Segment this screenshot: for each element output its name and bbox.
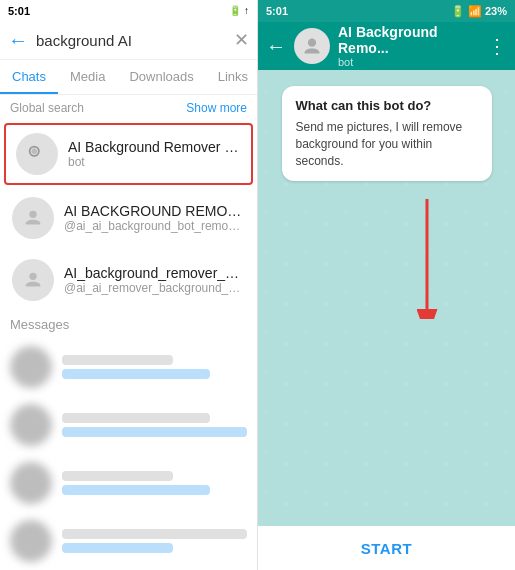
avatar bbox=[12, 259, 54, 301]
svg-point-0 bbox=[32, 149, 38, 155]
red-arrow-icon bbox=[407, 199, 447, 319]
msg-line bbox=[62, 471, 173, 481]
msg-line bbox=[62, 485, 210, 495]
global-search-header: Global search Show more bbox=[0, 95, 257, 121]
svg-point-3 bbox=[308, 39, 316, 47]
status-bar-left: 5:01 🔋 ↑ bbox=[0, 0, 257, 21]
msg-line bbox=[62, 355, 173, 365]
message-item[interactable] bbox=[0, 338, 257, 396]
msg-line bbox=[62, 543, 173, 553]
global-search-label: Global search bbox=[10, 101, 84, 115]
avatar bbox=[12, 197, 54, 239]
bot-info-title: What can this bot do? bbox=[296, 98, 478, 113]
tab-links[interactable]: Links bbox=[206, 60, 257, 94]
svg-point-1 bbox=[29, 211, 36, 218]
left-panel: 5:01 🔋 ↑ ← ✕ Chats Media Downloads Links… bbox=[0, 0, 258, 570]
avatar-blurred bbox=[10, 520, 52, 562]
result-text-3: AI_background_remover_bot AI BA... @ai_a… bbox=[64, 265, 245, 295]
show-more-button[interactable]: Show more bbox=[186, 101, 247, 115]
svg-point-2 bbox=[29, 273, 36, 280]
msg-line bbox=[62, 427, 247, 437]
tabs-bar: Chats Media Downloads Links F bbox=[0, 60, 257, 95]
result-name-2: AI BACKGROUND REMOVER BOT A... bbox=[64, 203, 245, 219]
message-item[interactable] bbox=[0, 512, 257, 570]
msg-line bbox=[62, 529, 247, 539]
message-item[interactable] bbox=[0, 454, 257, 512]
right-panel: 5:01 🔋 📶 23% ← AI Background Remo... bot… bbox=[258, 0, 515, 570]
arrow-container bbox=[268, 189, 505, 329]
tab-chats[interactable]: Chats bbox=[0, 60, 58, 94]
clear-button[interactable]: ✕ bbox=[234, 29, 249, 51]
message-text-lines bbox=[62, 413, 247, 437]
message-text-lines bbox=[62, 355, 247, 379]
search-result-item[interactable]: AI BACKGROUND REMOVER BOT A... @ai_ai_ba… bbox=[0, 187, 257, 249]
chat-header: ← AI Background Remo... bot ⋮ bbox=[258, 22, 515, 70]
avatar-blurred bbox=[10, 462, 52, 504]
msg-line bbox=[62, 413, 210, 423]
chat-back-button[interactable]: ← bbox=[266, 35, 286, 58]
status-bar-right: 5:01 🔋 📶 23% bbox=[258, 0, 515, 22]
result-text-1: AI Background Remover Bot bot bbox=[68, 139, 241, 169]
chat-subtitle: bot bbox=[338, 56, 479, 68]
search-input[interactable] bbox=[36, 32, 226, 49]
chat-body: What can this bot do? Send me pictures, … bbox=[258, 70, 515, 570]
result-text-2: AI BACKGROUND REMOVER BOT A... @ai_ai_ba… bbox=[64, 203, 245, 233]
chat-avatar bbox=[294, 28, 330, 64]
chat-more-button[interactable]: ⋮ bbox=[487, 34, 507, 58]
chat-title: AI Background Remo... bbox=[338, 24, 479, 56]
result-name-1: AI Background Remover Bot bbox=[68, 139, 241, 155]
search-result-item[interactable]: AI_background_remover_bot AI BA... @ai_a… bbox=[0, 249, 257, 311]
status-icons-left: 🔋 ↑ bbox=[229, 5, 249, 16]
start-button[interactable]: START bbox=[361, 540, 412, 557]
tab-downloads[interactable]: Downloads bbox=[117, 60, 205, 94]
avatar-blurred bbox=[10, 346, 52, 388]
bot-info-desc: Send me pictures, I will remove backgrou… bbox=[296, 119, 478, 169]
status-time-right: 5:01 bbox=[266, 5, 288, 17]
avatar bbox=[16, 133, 58, 175]
start-bar: START bbox=[258, 526, 515, 570]
status-time-left: 5:01 bbox=[8, 5, 30, 17]
search-result-item[interactable]: AI Background Remover Bot bot bbox=[4, 123, 253, 185]
back-button[interactable]: ← bbox=[8, 30, 28, 50]
msg-line bbox=[62, 369, 210, 379]
search-bar: ← ✕ bbox=[0, 21, 257, 60]
result-sub-2: @ai_ai_background_bot_remover, 28... bbox=[64, 219, 245, 233]
result-sub-3: @ai_ai_remover_background_bot, 4 5... bbox=[64, 281, 245, 295]
chat-title-area: AI Background Remo... bot bbox=[338, 24, 479, 68]
message-text-lines bbox=[62, 529, 247, 553]
tab-media[interactable]: Media bbox=[58, 60, 117, 94]
status-icons-right: 🔋 📶 23% bbox=[451, 5, 507, 18]
message-item[interactable] bbox=[0, 396, 257, 454]
message-text-lines bbox=[62, 471, 247, 495]
result-name-3: AI_background_remover_bot AI BA... bbox=[64, 265, 245, 281]
result-sub-1: bot bbox=[68, 155, 241, 169]
messages-section-label: Messages bbox=[0, 311, 257, 338]
bot-info-bubble: What can this bot do? Send me pictures, … bbox=[282, 86, 492, 181]
avatar-blurred bbox=[10, 404, 52, 446]
